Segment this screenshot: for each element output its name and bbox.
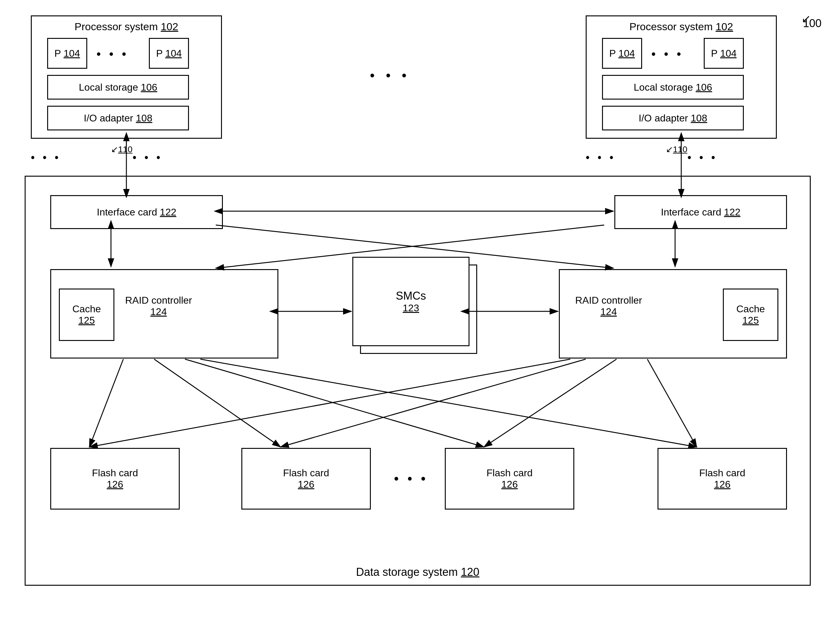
- right-p2-box: P 104: [704, 38, 744, 69]
- flash-card-1-box: Flash card 126: [50, 448, 180, 510]
- right-interface-card-label: Interface card 122: [661, 206, 740, 218]
- left-bus-num: ↙110: [111, 144, 133, 154]
- left-raid-label: RAID controller 124: [125, 295, 192, 317]
- smcs-label: SMCs: [396, 290, 426, 302]
- left-interface-card-box: Interface card 122: [50, 195, 223, 229]
- left-processor-system-box: Processor system 102 P 104 • • • P 104 L…: [31, 15, 222, 139]
- left-p2-label: P 104: [156, 48, 182, 59]
- right-processor-system-label: Processor system 102: [629, 21, 733, 33]
- left-bus-dots-left: • • •: [31, 151, 61, 164]
- smcs-group: SMCs 123: [352, 257, 488, 371]
- right-cache-label: Cache 125: [737, 304, 765, 326]
- right-raid-label: RAID controller 124: [575, 295, 642, 317]
- right-p2-label: P 104: [711, 48, 737, 59]
- left-p1-label: P 104: [54, 48, 80, 59]
- right-cache-box: Cache 125: [723, 289, 778, 341]
- flash-card-2-label: Flash card 126: [283, 467, 329, 490]
- flash-card-3-box: Flash card 126: [445, 448, 574, 510]
- flash-cards-dots: • • •: [394, 471, 428, 486]
- data-storage-label: Data storage system 120: [356, 566, 479, 579]
- data-storage-system-box: Data storage system 120 Interface card 1…: [25, 176, 811, 586]
- right-io-adapter-box: I/O adapter 108: [602, 106, 744, 130]
- flash-card-4-box: Flash card 126: [658, 448, 787, 510]
- right-bus-dots-left: • • •: [586, 151, 616, 164]
- left-local-storage-label: Local storage 106: [79, 82, 157, 93]
- right-local-storage-box: Local storage 106: [602, 75, 744, 100]
- left-controller-group-box: Cache 125 RAID controller 124: [50, 269, 278, 359]
- left-interface-card-label: Interface card 122: [97, 206, 176, 218]
- right-processor-system-box: Processor system 102 P 104 • • • P 104 L…: [586, 15, 777, 139]
- right-local-storage-label: Local storage 106: [634, 82, 712, 93]
- left-p2-box: P 104: [149, 38, 189, 69]
- right-bus-dots-right: • • •: [688, 151, 717, 164]
- left-cache-label: Cache 125: [72, 304, 101, 326]
- left-cache-box: Cache 125: [59, 289, 114, 341]
- left-p-dots: • • •: [97, 47, 129, 61]
- right-p1-label: P 104: [609, 48, 635, 59]
- right-p1-box: P 104: [602, 38, 642, 69]
- ref-100-arrow: ↙: [801, 12, 811, 25]
- right-io-adapter-label: I/O adapter 108: [639, 112, 707, 124]
- left-local-storage-box: Local storage 106: [47, 75, 189, 100]
- between-processor-dots: • • •: [370, 68, 410, 83]
- right-p-dots: • • •: [651, 47, 683, 61]
- diagram: 100 ↙ Processor system 102 P 104 • • • P…: [0, 0, 840, 619]
- smcs-main-box: SMCs 123: [352, 257, 469, 346]
- right-interface-card-box: Interface card 122: [614, 195, 787, 229]
- right-bus-num: ↙110: [666, 144, 688, 154]
- left-io-adapter-label: I/O adapter 108: [84, 112, 152, 124]
- smcs-num: 123: [403, 302, 419, 314]
- left-io-adapter-box: I/O adapter 108: [47, 106, 189, 130]
- right-controller-group-box: RAID controller 124 Cache 125: [559, 269, 787, 359]
- flash-card-3-label: Flash card 126: [486, 467, 532, 490]
- flash-card-1-label: Flash card 126: [92, 467, 138, 490]
- flash-card-2-box: Flash card 126: [241, 448, 371, 510]
- left-bus-dots-right: • • •: [133, 151, 163, 164]
- flash-card-4-label: Flash card 126: [699, 467, 745, 490]
- left-processor-system-label: Processor system 102: [75, 21, 178, 33]
- left-p1-box: P 104: [47, 38, 87, 69]
